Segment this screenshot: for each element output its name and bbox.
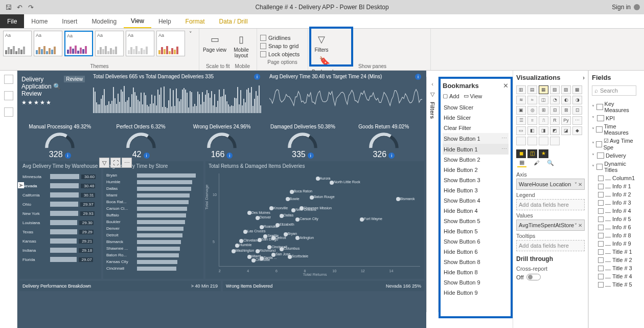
bar-row[interactable]: Cincinnati [106, 265, 200, 272]
viz-type-icon[interactable]: ⊞ [539, 106, 548, 115]
viz-type-icon[interactable]: ◫ [539, 96, 548, 104]
bar-row[interactable]: Bismarck [106, 238, 200, 245]
legend-well[interactable]: Add data fields here [516, 199, 585, 210]
field-column[interactable]: Title # 4 [592, 272, 636, 280]
field-column[interactable]: Title # 1 [592, 248, 636, 256]
fields-search[interactable]: ⌕Search [592, 85, 636, 96]
scatter-point[interactable] [243, 230, 247, 234]
field-table[interactable]: ˅Dynamic Titles [592, 160, 636, 174]
viz-type-icon[interactable]: ◨ [539, 126, 548, 135]
viz-type-icon[interactable] [516, 137, 526, 145]
bookmark-item[interactable]: Hide Button 2 [443, 165, 509, 175]
page-view-button[interactable]: ▭Page view [202, 31, 227, 53]
viz-type-icon[interactable]: ◆ [572, 126, 582, 135]
model-view-icon[interactable] [4, 107, 13, 117]
bar-row[interactable]: Indiana29.18 [22, 246, 98, 255]
viz-type-icon[interactable]: ◐ [561, 96, 571, 104]
scatter-point[interactable] [232, 249, 236, 253]
theme-swatch[interactable]: Aa [95, 31, 124, 56]
redo-icon[interactable]: ↷ [27, 3, 35, 11]
bar-row[interactable]: Dallas [106, 185, 200, 192]
gauge-card[interactable]: Damaged Deliveries 50.38%335i [262, 124, 343, 159]
bookmark-item[interactable]: Hide Button 6 [443, 247, 509, 257]
bookmark-item[interactable]: Show Button 8 [443, 257, 509, 267]
bar-row[interactable]: Boulder [106, 218, 200, 225]
close-icon[interactable]: ✕ [503, 82, 509, 90]
bar-row[interactable]: Shawnee ... [106, 245, 200, 252]
search-icon[interactable]: 🔍 [53, 83, 61, 90]
field-column[interactable]: Info # 3 [592, 199, 636, 207]
snap-check[interactable]: Snap to grid [260, 42, 305, 50]
panel-scatter[interactable]: Total Returns & Damaged Items Deliveries… [205, 161, 424, 279]
bookmark-item[interactable]: Hide Button 5 [443, 226, 509, 236]
viz-type-icon[interactable] [550, 137, 560, 145]
bookmark-item[interactable]: Show Button 1⋯ [443, 133, 509, 144]
bookmark-item[interactable]: Show Button 3 [443, 175, 509, 185]
bookmark-item[interactable]: Hide Slicer [443, 113, 509, 123]
scatter-point[interactable] [258, 238, 262, 242]
bookmark-item[interactable]: Show Slicer [443, 102, 509, 113]
scatter-point[interactable] [267, 245, 271, 249]
format-tab-icon[interactable]: 🖌 [532, 158, 541, 167]
viz-type-icon[interactable]: ▭ [516, 126, 526, 135]
panel-store[interactable]: Avg Delivery Time by Store BryanHumbleDa… [103, 161, 203, 279]
field-column[interactable]: Title # 3 [592, 264, 636, 272]
scatter-point[interactable] [271, 236, 275, 240]
info-icon[interactable]: i [254, 74, 260, 80]
viz-type-icon[interactable]: R [550, 116, 560, 125]
scatter-point[interactable] [275, 223, 280, 227]
expand-arrow-icon[interactable]: ➤ [18, 182, 24, 188]
panel-performance-breakdown[interactable]: Delivery Performance Breakdown> 40 Min 2… [19, 281, 221, 291]
viz-type-icon[interactable]: ▣ [516, 106, 526, 115]
viz-type-icon[interactable]: ▦ [539, 85, 548, 94]
lock-check[interactable]: Lock objects [260, 50, 305, 58]
scatter-point[interactable] [280, 247, 284, 251]
scatter-point[interactable] [256, 216, 260, 220]
axis-field[interactable]: WareHouse Location˅✕ [516, 179, 585, 190]
bar-row[interactable]: Detroit [106, 232, 200, 238]
field-column[interactable]: Info # 4 [592, 207, 636, 215]
gridlines-check[interactable]: Gridlines [260, 34, 305, 42]
bookmark-item[interactable]: Show Button 2 [443, 155, 509, 165]
bookmark-add[interactable]: ▢ Add [443, 93, 459, 99]
more-icon[interactable]: ⋯ [501, 135, 508, 142]
scatter-point[interactable] [291, 208, 295, 212]
cross-report-toggle[interactable]: Off [516, 274, 585, 280]
viz-type-icon[interactable]: ⋯ [572, 116, 582, 125]
viz-type-icon[interactable] [539, 137, 548, 145]
viz-type-icon[interactable]: ☰ [516, 116, 526, 125]
scatter-point[interactable] [360, 217, 364, 222]
viz-type-icon[interactable]: ▧ [550, 85, 560, 94]
scatter-point[interactable] [286, 197, 290, 201]
data-view-icon[interactable] [4, 91, 13, 100]
scatter-point[interactable] [256, 249, 260, 253]
bookmark-item[interactable]: Show Button 6 [443, 236, 509, 247]
viz-type-icon[interactable]: ◧ [527, 126, 537, 135]
bar-row[interactable]: Carson Ci... [106, 205, 200, 212]
scatter-point[interactable] [271, 253, 275, 257]
viz-type-icon[interactable] [527, 137, 537, 145]
field-column[interactable]: Info # 5 [592, 215, 636, 223]
review-badge[interactable]: Review [64, 76, 85, 82]
scatter-point[interactable] [247, 255, 251, 259]
scatter-point[interactable] [263, 234, 267, 238]
viz-type-icon[interactable]: ≈ [527, 96, 537, 104]
bar-row[interactable]: Kansas City [106, 258, 200, 265]
bar-row[interactable]: Denver [106, 225, 200, 232]
bookmark-item[interactable]: Hide Button 1⋯ [443, 144, 509, 155]
focus-icon[interactable]: ⛶ [110, 158, 121, 168]
field-table[interactable]: ˅KPI [592, 114, 636, 122]
bar-row[interactable]: Minnesota30.60 [22, 172, 98, 181]
scatter-point[interactable] [235, 244, 239, 248]
scatter-point[interactable] [295, 217, 300, 222]
bar-row[interactable]: Texas29.29 [22, 227, 98, 236]
more-icon[interactable]: ⋯ [122, 158, 132, 168]
report-canvas[interactable]: ➤ Review Delivery Application 🔍 Review ★… [17, 71, 426, 328]
gauge-card[interactable]: Manual Processing 49.32%328i [19, 124, 100, 159]
viz-type-icon[interactable]: ⎍ [539, 116, 548, 125]
bar-row[interactable]: Bryan [106, 172, 200, 179]
themes-dropdown-icon[interactable]: ˅ [187, 31, 194, 37]
signin-button[interactable]: Sign in [612, 4, 640, 11]
bar-row[interactable]: Nevada30.48 [22, 181, 98, 190]
viz-type-icon[interactable]: ◎ [527, 106, 537, 115]
